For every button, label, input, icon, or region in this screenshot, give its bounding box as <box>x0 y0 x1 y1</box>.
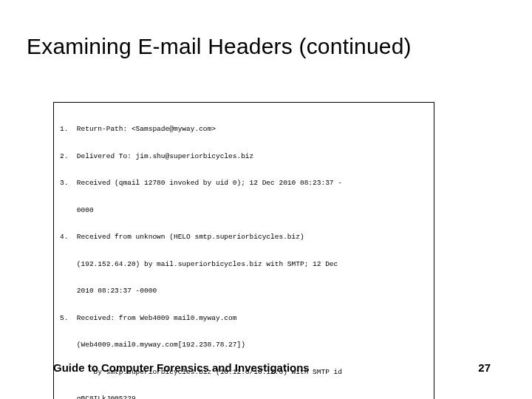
slide-title: Examining E-mail Headers (continued) <box>27 34 511 59</box>
header-line: 5. Received: from Web4009 mail0.myway.co… <box>60 314 428 323</box>
figure: 1. Return-Path: <Samspade@myway.com> 2. … <box>53 102 434 399</box>
header-line: 2010 08:23:37 -0000 <box>60 287 428 296</box>
header-line: 3. Received (qmail 12780 invoked by uid … <box>60 179 428 188</box>
header-line: 2. Delivered To: jim.shu@superiorbicycle… <box>60 152 428 161</box>
header-line: (192.152.64.20) by mail.superiorbicycles… <box>60 260 428 269</box>
slide: Examining E-mail Headers (continued) 1. … <box>0 0 532 399</box>
header-line: (Web4009.mail0.myway.com[192.238.78.27]) <box>60 341 428 349</box>
header-line: 1. Return-Path: <Samspade@myway.com> <box>60 125 428 134</box>
header-line: gBC8ILkJ005229 <box>60 395 428 399</box>
page-number: 27 <box>478 361 491 374</box>
footer-title: Guide to Computer Forensics and Investig… <box>53 361 310 374</box>
header-line: 0000 <box>60 206 428 215</box>
email-header-box: 1. Return-Path: <Samspade@myway.com> 2. … <box>53 102 434 399</box>
header-line: 4. Received from unknown (HELO smtp.supe… <box>60 233 428 242</box>
